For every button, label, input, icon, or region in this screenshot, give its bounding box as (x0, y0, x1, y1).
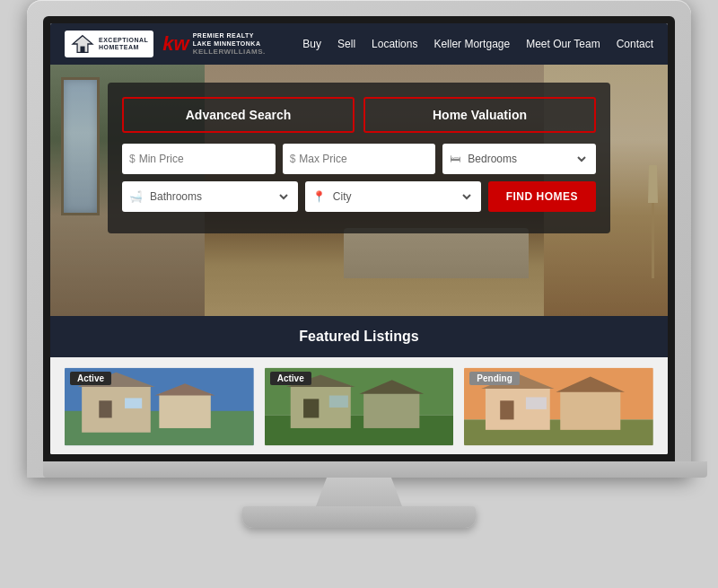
svg-rect-4 (82, 385, 151, 433)
nav-locations[interactable]: Locations (372, 38, 417, 50)
min-price-input[interactable] (139, 153, 268, 165)
bath-icon: 🛁 (129, 190, 143, 203)
nav-buy[interactable]: Buy (302, 38, 321, 50)
svg-rect-6 (99, 400, 111, 417)
search-row-1: $ $ 🛏 Bedrooms 1+ (122, 144, 596, 174)
bathrooms-select[interactable]: Bathrooms 1+ 2+ 3+ 4+ (146, 189, 291, 204)
listing-card-1[interactable]: Active (65, 366, 254, 447)
featured-title: Featured Listings (63, 329, 655, 345)
badge-1: Active (70, 372, 111, 385)
monitor-frame: EXCEPTIONAL HOMETEAM kw PREMIER REALTY L… (27, 0, 691, 478)
search-panel: Advanced Search Home Valuation $ $ (108, 83, 610, 233)
logo-area: EXCEPTIONAL HOMETEAM kw PREMIER REALTY L… (65, 31, 266, 57)
monitor-chin (43, 461, 707, 478)
house-icon (70, 34, 95, 54)
brand-logo: EXCEPTIONAL HOMETEAM (65, 31, 153, 57)
navbar: EXCEPTIONAL HOMETEAM kw PREMIER REALTY L… (50, 23, 668, 65)
nav-contact[interactable]: Contact (617, 38, 653, 50)
hero-section: Advanced Search Home Valuation $ $ (50, 65, 668, 316)
dollar-icon-max: $ (290, 153, 296, 165)
nav-links: Buy Sell Locations Keller Mortgage Meet … (302, 38, 653, 50)
stand-neck (305, 478, 413, 506)
city-select[interactable]: City Minneapolis St. Paul Minnetonka Way… (329, 189, 474, 204)
kw-logo: kw PREMIER REALTY LAKE MINNETONKA KELLER… (162, 31, 265, 57)
badge-3: Pending (469, 372, 519, 385)
screen: EXCEPTIONAL HOMETEAM kw PREMIER REALTY L… (50, 23, 668, 454)
svg-rect-8 (159, 394, 210, 428)
screen-bezel: EXCEPTIONAL HOMETEAM kw PREMIER REALTY L… (43, 16, 675, 461)
nav-sell[interactable]: Sell (337, 38, 355, 50)
city-group: 📍 City Minneapolis St. Paul Minnetonka W… (305, 181, 481, 212)
brand-line2: HOMETEAM (99, 44, 148, 51)
tab-advanced-search[interactable]: Advanced Search (122, 97, 355, 133)
search-row-2: 🛁 Bathrooms 1+ 2+ 3+ 4+ 📍 (122, 181, 596, 212)
kw-sub-line1: PREMIER REALTY (193, 31, 266, 39)
bed-icon: 🛏 (450, 153, 460, 165)
monitor-wrapper: EXCEPTIONAL HOMETEAM kw PREMIER REALTY L… (0, 0, 718, 588)
stand-base (242, 506, 476, 528)
location-icon: 📍 (312, 190, 326, 203)
kw-text: kw (162, 34, 188, 54)
max-price-input[interactable] (299, 153, 428, 165)
min-price-group: $ (122, 144, 276, 174)
svg-rect-1 (80, 47, 84, 53)
listings-row: Active (50, 357, 668, 454)
bedrooms-select[interactable]: Bedrooms 1+ 2+ 3+ 4+ 5+ (464, 152, 589, 166)
bedrooms-group: 🛏 Bedrooms 1+ 2+ 3+ 4+ 5+ (442, 144, 596, 174)
featured-bar: Featured Listings (50, 316, 668, 357)
tab-home-valuation[interactable]: Home Valuation (363, 97, 596, 133)
kw-sub-line3: KELLERWILLIAMS. (193, 48, 266, 57)
bathrooms-group: 🛁 Bathrooms 1+ 2+ 3+ 4+ (122, 181, 298, 212)
brand-line1: EXCEPTIONAL (99, 37, 148, 44)
listing-card-3[interactable]: Pending (464, 366, 653, 447)
kw-sub: PREMIER REALTY LAKE MINNETONKA KELLERWIL… (193, 31, 266, 57)
listing-card-2[interactable]: Active (265, 366, 454, 447)
dollar-icon-min: $ (129, 153, 136, 165)
nav-keller-mortgage[interactable]: Keller Mortgage (433, 38, 510, 50)
find-homes-button[interactable]: FIND HOMES (488, 181, 596, 212)
kw-sub-line2: LAKE MINNETONKA (193, 39, 266, 48)
search-tabs: Advanced Search Home Valuation (122, 97, 596, 133)
nav-meet-team[interactable]: Meet Our Team (526, 38, 600, 50)
max-price-group: $ (283, 144, 436, 174)
svg-rect-7 (125, 398, 142, 408)
badge-2: Active (270, 372, 311, 385)
